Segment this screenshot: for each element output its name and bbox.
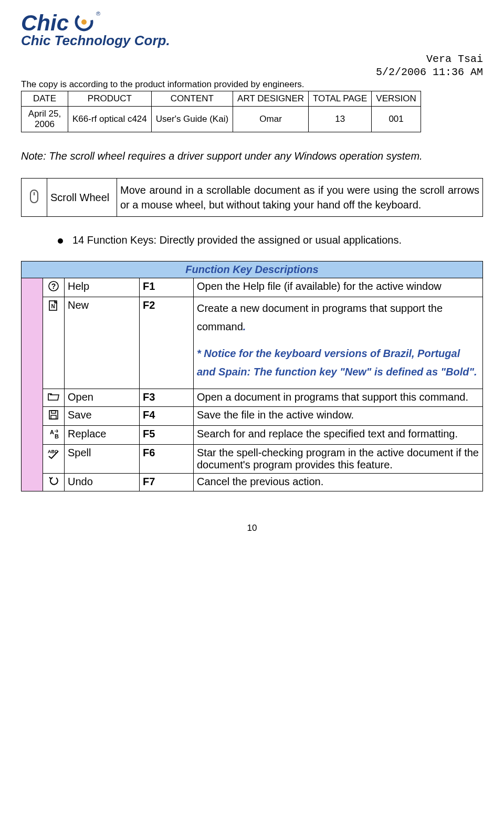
scroll-icon-cell <box>22 179 47 217</box>
scroll-wheel-icon <box>29 194 39 206</box>
row-name: Save <box>65 407 140 426</box>
scroll-label: Scroll Wheel <box>47 179 117 217</box>
row-desc: Cancel the previous action. <box>194 474 483 491</box>
row-desc: Star the spell-checking program in the a… <box>194 445 483 474</box>
row-key: F1 <box>140 278 194 297</box>
row-name: New <box>65 297 140 389</box>
info-header-totalpage: TOTAL PAGE <box>309 91 372 107</box>
row-desc: Open the Help file (if available) for th… <box>194 278 483 297</box>
bullet-line: 14 Function Keys: Directly provided the … <box>58 231 483 249</box>
row-desc: Create a new document in programs that s… <box>194 297 483 389</box>
save-icon <box>43 407 65 426</box>
bullet-icon <box>58 238 63 244</box>
new-icon: N <box>43 297 65 389</box>
info-header-date: DATE <box>22 91 68 107</box>
row-name: Help <box>65 278 140 297</box>
pink-sidebar <box>22 278 43 491</box>
logo-mark-icon <box>75 13 93 34</box>
row-desc: Save the file in the active window. <box>194 407 483 426</box>
scroll-table: Scroll Wheel Move around in a scrollable… <box>21 178 483 217</box>
info-designer: Omar <box>233 107 309 132</box>
info-header-content: CONTENT <box>151 91 233 107</box>
svg-text:B: B <box>55 433 59 439</box>
row-name: Spell <box>65 445 140 474</box>
info-totalpage: 13 <box>309 107 372 132</box>
row-name: Undo <box>65 474 140 491</box>
svg-text:A: A <box>50 429 54 435</box>
scroll-note: Note: The scroll wheel requires a driver… <box>21 147 483 165</box>
svg-point-1 <box>81 19 87 25</box>
row-name: Open <box>65 389 140 407</box>
open-icon <box>43 389 65 407</box>
replace-icon: AB <box>43 426 65 445</box>
registered-mark: ® <box>96 11 100 17</box>
logo-area: Chic ® Chic Technology Corp. <box>21 11 483 49</box>
row-key: F3 <box>140 389 194 407</box>
row-key: F7 <box>140 474 194 491</box>
timestamp: 5/2/2006 11:36 AM <box>21 66 483 78</box>
new-extra-note: * Notice for the keyboard versions of Br… <box>197 344 479 381</box>
logo-subtitle: Chic Technology Corp. <box>21 33 483 49</box>
row-desc: Open a document in programs that support… <box>194 389 483 407</box>
row-key: F6 <box>140 445 194 474</box>
row-name: Replace <box>65 426 140 445</box>
bullet-text: 14 Function Keys: Directly provided the … <box>72 234 402 246</box>
undo-icon <box>43 474 65 491</box>
info-header-version: VERSION <box>372 91 421 107</box>
info-header-designer: ART DESIGNER <box>233 91 309 107</box>
info-product: K66-rf optical c424 <box>68 107 152 132</box>
help-icon: ? <box>43 278 65 297</box>
row-key: F5 <box>140 426 194 445</box>
copy-note: The copy is according to the product inf… <box>21 79 483 90</box>
scroll-desc: Move around in a scrollable document as … <box>117 179 483 217</box>
row-key: F2 <box>140 297 194 389</box>
svg-rect-10 <box>51 415 56 419</box>
func-header: Function Key Descriptions <box>22 261 483 278</box>
new-dot: . <box>243 321 246 332</box>
spell-icon: ABC <box>43 445 65 474</box>
info-version: 001 <box>372 107 421 132</box>
svg-text:N: N <box>51 303 55 309</box>
svg-text:?: ? <box>51 282 56 290</box>
info-content: User's Guide (Kai) <box>151 107 233 132</box>
author-name: Vera Tsai <box>21 53 483 65</box>
row-desc: Search for and replace the specified tex… <box>194 426 483 445</box>
info-table: DATE PRODUCT CONTENT ART DESIGNER TOTAL … <box>21 91 421 132</box>
info-header-product: PRODUCT <box>68 91 152 107</box>
page-number: 10 <box>21 523 483 533</box>
function-key-table: Function Key Descriptions ? Help F1 Open… <box>21 261 483 491</box>
new-desc-text: Create a new document in programs that s… <box>197 302 443 332</box>
logo-text: Chic <box>21 11 69 36</box>
svg-rect-2 <box>30 190 38 203</box>
row-key: F4 <box>140 407 194 426</box>
info-date: April 25, 2006 <box>22 107 68 132</box>
